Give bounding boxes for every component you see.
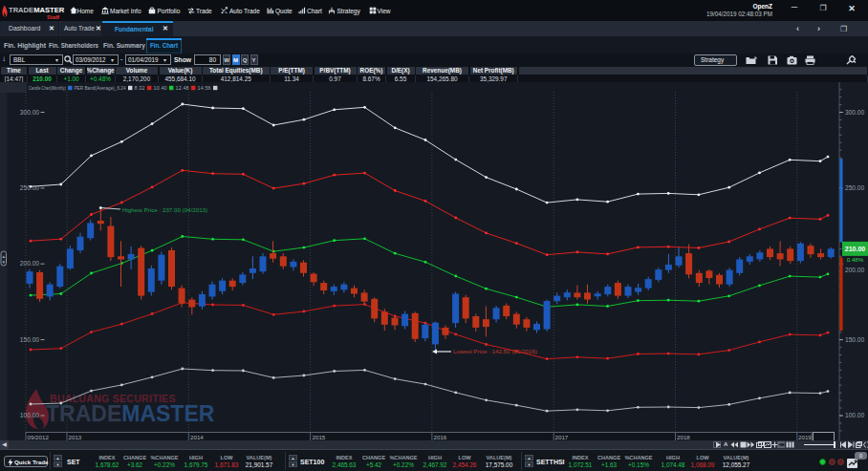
svg-text:Fin. Shareholders: Fin. Shareholders [49, 42, 98, 49]
svg-text:2014: 2014 [190, 434, 204, 440]
svg-text:Fin. Summary: Fin. Summary [103, 42, 145, 50]
svg-text:▼: ▼ [2, 260, 6, 265]
svg-text:100.00: 100.00 [845, 412, 865, 418]
svg-text:150.00: 150.00 [20, 336, 40, 343]
svg-text:Candle Chart(Monthly): Candle Chart(Monthly) [29, 85, 66, 91]
svg-text:Highest Price : 237.00 (04/201: Highest Price : 237.00 (04/2013) [122, 206, 207, 213]
svg-text:PER Band(Average)_6.24: PER Band(Average)_6.24 [75, 85, 126, 91]
svg-text:Fin. Highlight: Fin. Highlight [4, 42, 47, 50]
svg-text:2013: 2013 [69, 434, 82, 440]
svg-text:09/2012: 09/2012 [28, 434, 50, 440]
svg-text:300.00: 300.00 [845, 109, 865, 116]
svg-text:TRADEMASTER: TRADEMASTER [46, 401, 215, 426]
svg-text:12.48: 12.48 [176, 85, 189, 91]
svg-text:250.00: 250.00 [845, 184, 865, 191]
svg-text:▲: ▲ [2, 254, 6, 259]
svg-text:Fin. Chart: Fin. Chart [150, 42, 179, 49]
svg-text:200.00: 200.00 [845, 267, 865, 273]
svg-text:0.48%: 0.48% [847, 256, 864, 263]
svg-text:8.32: 8.32 [135, 85, 145, 91]
svg-text:250.00: 250.00 [20, 184, 40, 191]
svg-text:210.00: 210.00 [845, 246, 866, 252]
svg-text:2019: 2019 [798, 434, 812, 440]
svg-text:10.40: 10.40 [154, 85, 167, 91]
svg-text:2015: 2015 [313, 434, 326, 440]
svg-text:150.00: 150.00 [845, 336, 865, 343]
svg-text:2017: 2017 [555, 434, 569, 440]
svg-text:300.00: 300.00 [20, 109, 40, 116]
svg-text:Lowest Price : 142.50 (01/2016: Lowest Price : 142.50 (01/2016) [453, 348, 537, 354]
svg-text:200.00: 200.00 [20, 260, 40, 267]
svg-text:100.00: 100.00 [20, 412, 40, 418]
svg-text:2016: 2016 [434, 434, 447, 440]
svg-text:14.56: 14.56 [198, 85, 211, 91]
svg-text:2018: 2018 [677, 434, 690, 440]
